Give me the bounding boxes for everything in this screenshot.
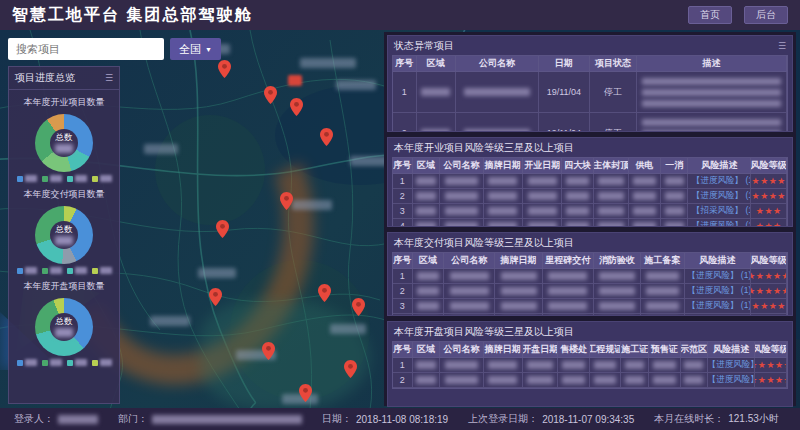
donut-center: 总数 — [50, 221, 78, 249]
table-row[interactable]: 21、【进度风险】 ...★★★★★ — [393, 373, 787, 388]
risk-description-link[interactable]: 1、【进度风险】 ... — [708, 374, 755, 386]
risk-description-link[interactable]: 1、【进度风险】 (1) ... — [685, 300, 752, 312]
risk-level-stars: ★★★★★ — [755, 360, 787, 370]
legend-text-redacted — [100, 267, 112, 274]
map-pin-icon[interactable] — [318, 284, 331, 302]
column-header: 项目状态 — [590, 56, 637, 71]
region-filter-button[interactable]: 全国 ▼ — [170, 38, 221, 60]
table-cell: 1、【进度风险】 (1) ... — [685, 269, 752, 283]
map-pin-icon[interactable] — [218, 60, 231, 78]
map-pin-icon[interactable] — [262, 342, 275, 360]
table-cell: 1、【进度风险】 (1) ... — [685, 284, 752, 298]
map-pin-icon[interactable] — [209, 288, 222, 306]
table-row[interactable]: 11、【进度风险】 ...★★★★★ — [393, 358, 787, 373]
table-cell — [594, 189, 629, 203]
map-pin-icon[interactable] — [320, 128, 333, 146]
column-header: 四大块 — [562, 158, 594, 173]
legend-item — [17, 267, 37, 274]
legend-text-redacted — [75, 359, 87, 366]
admin-button[interactable]: 后台 — [744, 6, 788, 24]
panel-title: 项目进度总览 — [15, 71, 75, 85]
table-row[interactable]: 31、【进度风险】 (1) ...★★★★ — [393, 299, 787, 314]
search-input[interactable] — [8, 38, 164, 60]
map-pin-icon[interactable] — [290, 98, 303, 116]
map-pin-icon[interactable] — [299, 384, 312, 402]
table-cell: ★★★★★ — [755, 373, 787, 387]
column-header: 公司名称 — [440, 158, 483, 173]
home-button[interactable]: 首页 — [688, 6, 732, 24]
table-cell — [484, 204, 523, 218]
table-cell — [444, 269, 495, 283]
table-cell: 停工 — [590, 113, 637, 132]
column-header: 消防验收 — [594, 253, 641, 268]
risk-description-link[interactable]: 1、【进度风险】 (1) ... — [685, 285, 752, 297]
table-cell: ★★★★★ — [751, 284, 786, 298]
table-row[interactable]: 41、【进度风险】 (1) ...★★★ — [393, 314, 787, 316]
map-pin-icon[interactable] — [344, 360, 357, 378]
legend-item — [67, 359, 87, 366]
table-cell — [637, 72, 787, 112]
table-cell — [629, 219, 661, 227]
column-header: 序号 — [393, 253, 413, 268]
table-cell — [495, 314, 542, 316]
legend-text-redacted — [75, 175, 87, 182]
table-row[interactable]: 21、【进度风险】 (1) ...★★★★★ — [393, 284, 787, 299]
table-cell — [621, 358, 649, 372]
table-row[interactable]: 119/11/04停工 — [393, 72, 787, 113]
table-cell — [543, 269, 594, 283]
table-cell: 2 — [393, 373, 413, 387]
table-cell: ★★★★ — [751, 189, 786, 203]
redacted-value — [548, 287, 587, 295]
redacted-value — [599, 287, 635, 295]
risk-description-link[interactable]: 1、【进度风险】 ... — [708, 359, 755, 371]
table-row[interactable]: 21、【进度风险】 (1...★★★★ — [393, 189, 787, 204]
table-row[interactable]: 11、【进度风险】 (1) ...★★★★★ — [393, 269, 787, 284]
table-panel-title-bar: 本年度开盘项目风险等级三星及以上项目 — [388, 322, 792, 341]
table-panel: 状态异常项目☰序号区域公司名称日期项目状态描述119/11/04停工219/11… — [387, 35, 793, 132]
table-panel-title: 本年度交付项目风险等级三星及以上项目 — [394, 236, 574, 250]
footer-item: 部门： — [118, 412, 302, 426]
table-row[interactable]: 219/11/04停工 — [393, 113, 787, 132]
footer-label: 上次登录日期： — [468, 412, 538, 426]
map-label-redacted — [300, 58, 356, 68]
risk-description-link[interactable]: 1、【招采风险】 (1... — [688, 205, 751, 217]
map-pin-icon[interactable] — [280, 192, 293, 210]
table-row[interactable]: 31、【招采风险】 (1...★★★ — [393, 204, 787, 219]
risk-description-link[interactable]: 1、【进度风险】 (1) ... — [685, 270, 752, 282]
redacted-value — [445, 192, 478, 200]
map-pin-icon[interactable] — [216, 220, 229, 238]
redacted-value — [445, 177, 478, 185]
redacted-value — [421, 129, 450, 132]
table-row[interactable]: 41、【进度风险】 (1...★★★ — [393, 219, 787, 227]
table-cell — [641, 284, 684, 298]
map-pin-icon[interactable] — [264, 86, 277, 104]
risk-description-link[interactable]: 1、【进度风险】 (1... — [688, 175, 751, 187]
table-cell — [444, 299, 495, 313]
table-cell — [484, 373, 523, 387]
column-header: 示范区 — [681, 342, 709, 357]
search-row: 全国 ▼ — [8, 38, 221, 60]
table-cell — [594, 314, 641, 316]
table-row[interactable]: 11、【进度风险】 (1...★★★★ — [393, 174, 787, 189]
legend-item — [92, 175, 112, 182]
list-icon[interactable]: ☰ — [105, 73, 113, 83]
redacted-value — [416, 376, 435, 384]
redacted-value — [646, 272, 679, 280]
redacted-value — [562, 376, 585, 384]
map-pin-icon[interactable] — [352, 298, 365, 316]
table-cell: ★★★★ — [751, 299, 786, 313]
column-header: 风险描述 — [708, 342, 755, 357]
redacted-value — [417, 287, 440, 295]
column-header: 摘牌日期 — [484, 342, 523, 357]
table-cell — [413, 189, 441, 203]
list-icon[interactable]: ☰ — [778, 41, 786, 51]
redacted-value — [566, 177, 589, 185]
donut-center-value-redacted — [55, 236, 73, 245]
map-cluster-marker[interactable] — [288, 75, 302, 86]
footer-label: 部门： — [118, 412, 148, 426]
risk-description-link[interactable]: 1、【进度风险】 (1... — [688, 190, 751, 202]
risk-description-link[interactable]: 1、【进度风险】 (1) ... — [685, 315, 752, 316]
risk-description-link[interactable]: 1、【进度风险】 (1... — [688, 220, 751, 227]
table-cell — [641, 314, 684, 316]
chart-legend — [9, 359, 119, 366]
